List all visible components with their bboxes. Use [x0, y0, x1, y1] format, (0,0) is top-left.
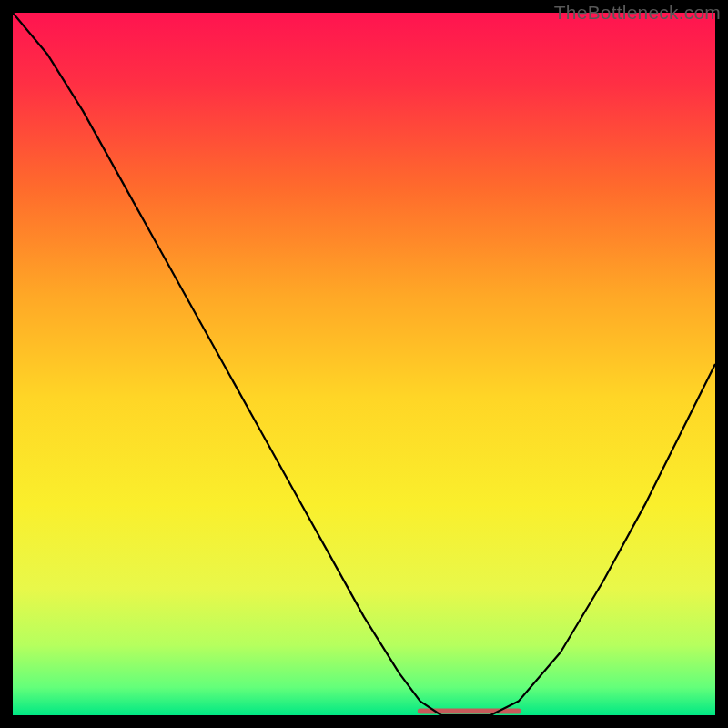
gradient-background [13, 13, 715, 715]
chart-frame [13, 13, 715, 715]
bottleneck-chart [13, 13, 715, 715]
watermark-text: TheBottleneck.com [554, 2, 721, 24]
